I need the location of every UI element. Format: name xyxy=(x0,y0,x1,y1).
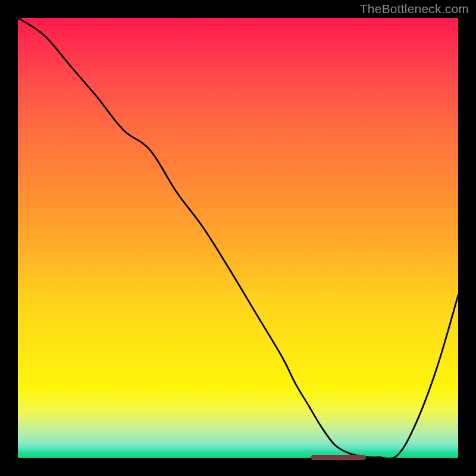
watermark-text: TheBottleneck.com xyxy=(360,2,469,16)
minimum-marker xyxy=(311,455,366,460)
plot-area xyxy=(18,18,458,458)
bottleneck-curve-path xyxy=(18,18,458,459)
bottleneck-curve-svg xyxy=(18,18,458,458)
chart-container: TheBottleneck.com xyxy=(0,0,476,476)
